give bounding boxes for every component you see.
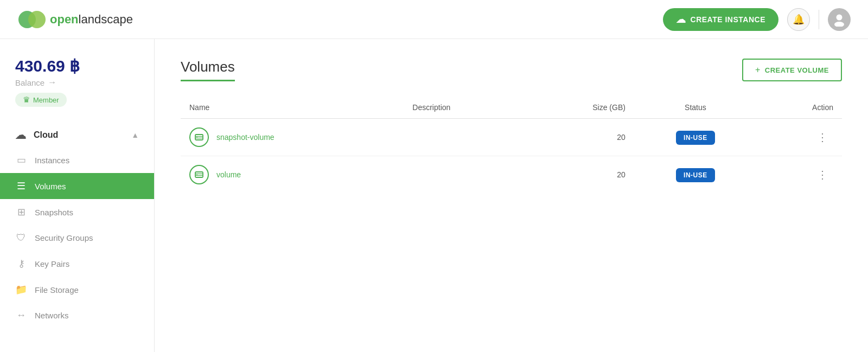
cloud-icon: ☁ bbox=[676, 14, 686, 25]
navbar-right: ☁ CREATE INSTANCE 🔔 bbox=[663, 8, 851, 31]
col-name: Name bbox=[181, 97, 404, 119]
vol-description-1 bbox=[404, 156, 524, 194]
sidebar-item-volumes[interactable]: ☰ Volumes bbox=[0, 173, 154, 199]
navbar: openlandscape ☁ CREATE INSTANCE 🔔 bbox=[0, 0, 868, 39]
vol-name-cell-1: volume bbox=[181, 156, 404, 194]
main-content: Volumes + CREATE VOLUME Name Description… bbox=[155, 39, 868, 352]
plus-icon: + bbox=[755, 65, 761, 75]
snapshots-icon: ⊞ bbox=[15, 206, 27, 218]
vol-description-0 bbox=[404, 119, 524, 156]
cloud-section-header[interactable]: ☁ Cloud ▲ bbox=[0, 123, 154, 147]
vol-status-1: IN-USE bbox=[634, 156, 757, 194]
col-size: Size (GB) bbox=[525, 97, 634, 119]
security-groups-icon: 🛡 bbox=[15, 232, 27, 244]
vol-name-1[interactable]: volume bbox=[216, 170, 241, 179]
col-action: Action bbox=[757, 97, 842, 119]
crown-icon: ♛ bbox=[23, 95, 30, 105]
vol-size-1: 20 bbox=[525, 156, 634, 194]
col-status: Status bbox=[634, 97, 757, 119]
networks-icon: ↔ bbox=[15, 310, 27, 321]
svg-point-2 bbox=[837, 14, 843, 20]
bell-icon: 🔔 bbox=[793, 14, 805, 25]
page-title-section: Volumes bbox=[181, 59, 235, 81]
vol-icon-0 bbox=[189, 127, 209, 147]
create-instance-button[interactable]: ☁ CREATE INSTANCE bbox=[663, 8, 778, 31]
page-title: Volumes bbox=[181, 59, 235, 81]
svg-point-7 bbox=[196, 137, 197, 138]
action-menu-button-0[interactable]: ⋮ bbox=[812, 129, 833, 145]
page-header: Volumes + CREATE VOLUME bbox=[181, 59, 842, 81]
bell-button[interactable]: 🔔 bbox=[787, 8, 810, 31]
table-header-row: Name Description Size (GB) Status Action bbox=[181, 97, 842, 119]
svg-rect-8 bbox=[195, 172, 203, 177]
sidebar-item-instances[interactable]: ▭ Instances bbox=[0, 147, 154, 173]
sidebar: 430.69 ฿ Balance → ♛ Member ☁ Cloud ▲ bbox=[0, 39, 155, 352]
sidebar-item-file-storage[interactable]: 📁 File Storage bbox=[0, 277, 154, 303]
svg-point-3 bbox=[834, 22, 844, 27]
in-use-badge-1: IN-USE bbox=[676, 168, 715, 182]
svg-rect-4 bbox=[195, 135, 203, 140]
sidebar-item-security-groups[interactable]: 🛡 Security Groups bbox=[0, 225, 154, 251]
arrow-icon: → bbox=[48, 78, 56, 87]
table-row: snapshot-volume 20 IN-USE ⋮ bbox=[181, 119, 842, 156]
sidebar-item-key-pairs[interactable]: ⚷ Key Pairs bbox=[0, 251, 154, 277]
file-storage-icon: 📁 bbox=[15, 284, 27, 296]
logo-icon bbox=[17, 10, 46, 29]
logo: openlandscape bbox=[17, 10, 133, 29]
divider bbox=[819, 10, 819, 29]
vol-name-cell-0: snapshot-volume bbox=[181, 119, 404, 156]
create-volume-button[interactable]: + CREATE VOLUME bbox=[742, 59, 842, 81]
balance-amount: 430.69 ฿ bbox=[15, 56, 139, 75]
in-use-badge-0: IN-USE bbox=[676, 131, 715, 145]
vol-action-0: ⋮ bbox=[757, 119, 842, 156]
key-pairs-icon: ⚷ bbox=[15, 258, 27, 270]
user-icon bbox=[832, 12, 846, 27]
action-menu-button-1[interactable]: ⋮ bbox=[812, 167, 833, 183]
table-row: volume 20 IN-USE ⋮ bbox=[181, 156, 842, 194]
vol-status-0: IN-USE bbox=[634, 119, 757, 156]
vol-size-0: 20 bbox=[525, 119, 634, 156]
chevron-up-icon: ▲ bbox=[131, 131, 139, 139]
sidebar-item-snapshots[interactable]: ⊞ Snapshots bbox=[0, 199, 154, 225]
balance-link[interactable]: Balance → bbox=[15, 78, 139, 87]
layout: 430.69 ฿ Balance → ♛ Member ☁ Cloud ▲ bbox=[0, 39, 868, 352]
volumes-icon: ☰ bbox=[15, 180, 27, 192]
vol-name-0[interactable]: snapshot-volume bbox=[216, 133, 275, 142]
svg-point-11 bbox=[196, 174, 197, 175]
svg-point-1 bbox=[28, 11, 46, 28]
vol-action-1: ⋮ bbox=[757, 156, 842, 194]
sidebar-item-networks[interactable]: ↔ Networks bbox=[0, 303, 154, 328]
cloud-nav-icon: ☁ bbox=[15, 129, 26, 142]
avatar-button[interactable] bbox=[828, 8, 851, 31]
balance-section: 430.69 ฿ Balance → ♛ Member bbox=[0, 52, 154, 118]
col-description: Description bbox=[404, 97, 524, 119]
member-badge: ♛ Member bbox=[15, 93, 67, 107]
logo-text: openlandscape bbox=[50, 12, 133, 27]
vol-icon-1 bbox=[189, 165, 209, 184]
volumes-table: Name Description Size (GB) Status Action bbox=[181, 97, 842, 193]
instances-icon: ▭ bbox=[15, 154, 27, 166]
cloud-section: ☁ Cloud ▲ ▭ Instances ☰ Volumes ⊞ Snapsh… bbox=[0, 123, 154, 328]
